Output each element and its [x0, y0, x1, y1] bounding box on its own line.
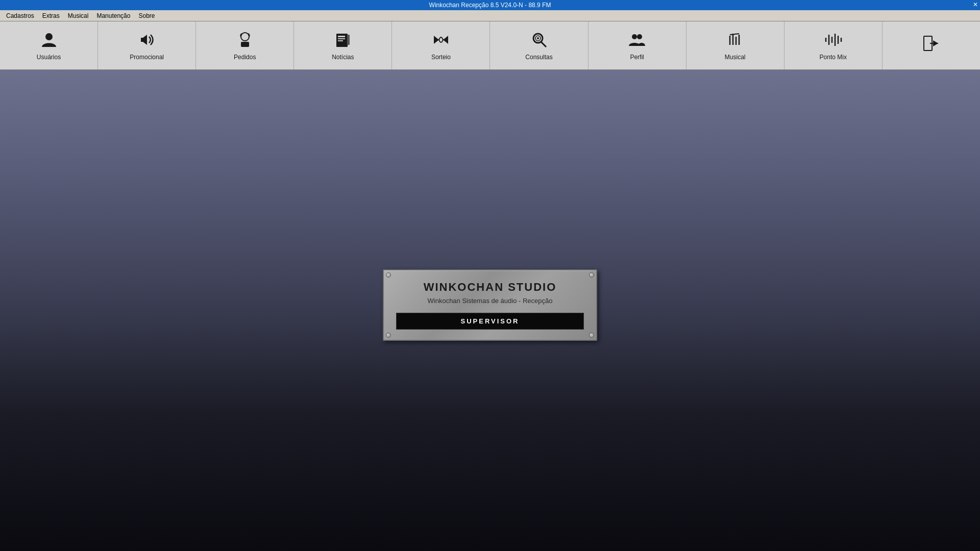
sorteio-icon: [432, 31, 450, 52]
usuarios-label: Usuários: [37, 54, 61, 61]
ponto-mix-icon: [824, 31, 842, 52]
svg-rect-5: [338, 36, 345, 37]
svg-rect-2: [241, 42, 249, 47]
toolbar-btn-musical[interactable]: Musical: [687, 21, 785, 69]
screw-tr: [589, 272, 594, 278]
pedidos-icon: [236, 31, 254, 52]
promocional-icon: [138, 31, 156, 52]
menu-item-sobre[interactable]: Sobre: [134, 11, 159, 20]
svg-rect-6: [338, 38, 345, 39]
svg-point-0: [45, 33, 53, 40]
noticias-icon: [334, 31, 352, 52]
pedidos-label: Pedidos: [234, 54, 256, 61]
svg-rect-4: [347, 35, 350, 45]
musical-icon: [726, 31, 744, 52]
perfil-icon: [628, 31, 646, 52]
svg-point-15: [637, 34, 642, 39]
toolbar-btn-sair[interactable]: [883, 21, 980, 69]
svg-rect-7: [338, 40, 343, 41]
card-subtitle: Winkochan Sistemas de áudio - Recepção: [396, 297, 584, 305]
menu-item-cadastros[interactable]: Cadastros: [2, 11, 38, 20]
toolbar-btn-perfil[interactable]: Perfil: [589, 21, 687, 69]
menu-item-manutencao[interactable]: Manutenção: [92, 11, 134, 20]
screw-tl: [386, 272, 391, 278]
usuarios-icon: [40, 31, 58, 52]
ponto-mix-label: Ponto Mix: [820, 54, 847, 61]
toolbar-btn-promocional[interactable]: Promocional: [98, 21, 196, 69]
close-icon[interactable]: ✕: [973, 1, 978, 8]
main-content: WINKOCHAN STUDIO Winkochan Sistemas de á…: [0, 70, 980, 540]
svg-point-1: [241, 33, 249, 41]
toolbar-btn-consultas[interactable]: Consultas: [490, 21, 588, 69]
toolbar-btn-usuarios[interactable]: Usuários: [0, 21, 98, 69]
perfil-label: Perfil: [630, 54, 644, 61]
title-bar: Winkochan Recepção 8.5 V24.0-N - 88.9 FM…: [0, 0, 980, 10]
toolbar: Usuários Promocional Pedidos: [0, 21, 980, 70]
promocional-label: Promocional: [130, 54, 164, 61]
menu-item-musical[interactable]: Musical: [64, 11, 93, 20]
card-content: WINKOCHAN STUDIO Winkochan Sistemas de á…: [384, 270, 596, 340]
sorteio-label: Sorteio: [431, 54, 451, 61]
toolbar-btn-sorteio[interactable]: Sorteio: [392, 21, 490, 69]
svg-line-11: [541, 42, 546, 47]
screw-br: [589, 333, 594, 338]
consultas-icon: [530, 31, 548, 52]
svg-point-14: [632, 34, 637, 39]
musical-label: Musical: [725, 54, 746, 61]
title-bar-text: Winkochan Recepção 8.5 V24.0-N - 88.9 FM: [429, 2, 551, 9]
center-card: WINKOCHAN STUDIO Winkochan Sistemas de á…: [383, 269, 597, 341]
menu-bar: Cadastros Extras Musical Manutenção Sobr…: [0, 10, 980, 21]
menu-item-extras[interactable]: Extras: [38, 11, 64, 20]
card-title: WINKOCHAN STUDIO: [396, 281, 584, 294]
noticias-label: Notícias: [332, 54, 354, 61]
sair-icon: [922, 34, 940, 55]
toolbar-btn-pedidos[interactable]: Pedidos: [196, 21, 294, 69]
toolbar-btn-ponto-mix[interactable]: Ponto Mix: [785, 21, 883, 69]
svg-point-13: [537, 37, 539, 39]
screw-bl: [386, 333, 391, 338]
toolbar-btn-noticias[interactable]: Notícias: [294, 21, 392, 69]
card-supervisor: SUPERVISOR: [396, 313, 584, 330]
consultas-label: Consultas: [525, 54, 552, 61]
